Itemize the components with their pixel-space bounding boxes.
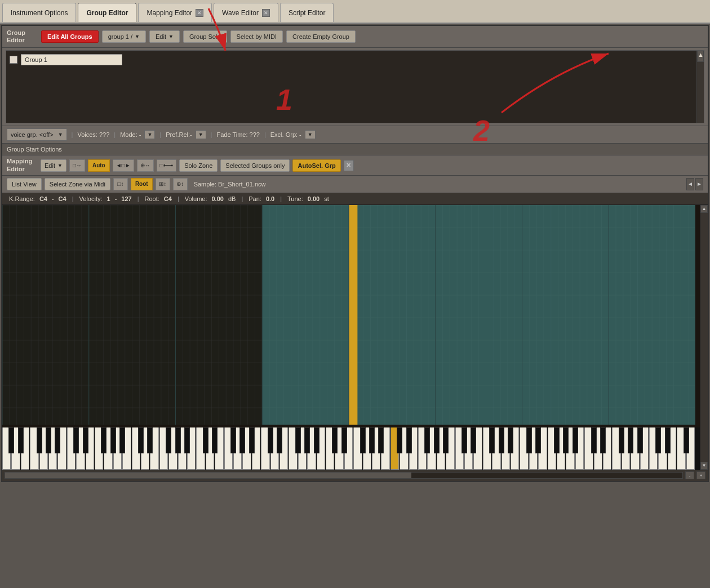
horizontal-scrollbar[interactable]: - + — [2, 470, 708, 481]
group-name-field[interactable] — [21, 54, 122, 65]
exclgrp-dropdown-arrow[interactable]: ▼ — [305, 130, 316, 139]
black-key[interactable] — [46, 427, 51, 453]
black-key[interactable] — [166, 427, 171, 453]
black-key[interactable] — [138, 427, 144, 453]
black-key[interactable] — [637, 427, 643, 453]
black-key[interactable] — [684, 427, 689, 453]
select-by-midi-button[interactable]: Select by MIDI — [230, 30, 283, 43]
tab-script-editor[interactable]: Script Editor — [280, 3, 334, 22]
edit-dropdown[interactable]: Edit ▼ — [149, 30, 180, 43]
black-key[interactable] — [249, 427, 255, 453]
black-key[interactable] — [314, 427, 320, 453]
tab-instrument-options[interactable]: Instrument Options — [2, 3, 76, 22]
group-solo-button[interactable]: Group Solo — [183, 30, 227, 43]
black-key[interactable] — [175, 427, 181, 453]
scroll-down-btn[interactable]: ▼ — [700, 462, 708, 470]
black-key[interactable] — [628, 427, 633, 453]
black-key[interactable] — [147, 427, 153, 453]
black-key[interactable] — [304, 427, 310, 453]
lock-snap-button[interactable]: □⟵▪ — [157, 159, 177, 172]
black-key[interactable] — [184, 427, 190, 453]
arrow-ud-button[interactable]: □↕ — [113, 178, 128, 190]
black-key[interactable] — [526, 427, 532, 453]
black-key[interactable] — [535, 427, 541, 453]
lock-ud-button[interactable]: ⊕↕ — [173, 178, 188, 190]
root-button[interactable]: Root — [131, 178, 153, 190]
black-key[interactable] — [83, 427, 88, 453]
group-list-scrollbar[interactable]: ▲ — [696, 51, 704, 123]
black-key[interactable] — [591, 427, 597, 453]
selected-groups-only-button[interactable]: Selected Groups only — [220, 159, 290, 172]
black-key[interactable] — [110, 427, 116, 453]
auto-button[interactable]: Auto — [88, 159, 110, 172]
mode-dropdown-arrow[interactable]: ▼ — [144, 130, 155, 139]
close-autosel-icon[interactable]: ✕ — [344, 160, 354, 171]
lock-lr-button[interactable]: ⊕↔ — [137, 159, 154, 172]
mapping-edit-dropdown[interactable]: Edit ▼ — [41, 159, 66, 172]
black-key[interactable] — [600, 427, 606, 453]
black-key[interactable] — [369, 427, 375, 453]
list-view-button[interactable]: List View — [7, 178, 42, 190]
vertical-scrollbar[interactable]: ▲ ▼ — [700, 205, 708, 470]
prefrel-dropdown-arrow[interactable]: ▼ — [196, 130, 206, 139]
black-key[interactable] — [360, 427, 366, 453]
black-key[interactable] — [424, 427, 430, 453]
black-key[interactable] — [508, 427, 513, 453]
tab-mapping-editor[interactable]: Mapping Editor ✕ — [138, 3, 212, 22]
tab-wave-editor[interactable]: Wave Editor ✕ — [214, 3, 278, 22]
black-key[interactable] — [18, 427, 24, 453]
black-key[interactable] — [101, 427, 106, 453]
solo-zone-button[interactable]: Solo Zone — [179, 159, 218, 172]
group-arrow-ud-button[interactable]: ⊞↕ — [156, 178, 170, 190]
black-key[interactable] — [462, 427, 467, 453]
black-key[interactable] — [563, 427, 569, 453]
black-key[interactable] — [119, 427, 125, 453]
black-key[interactable] — [212, 427, 218, 453]
close-wave-editor-icon[interactable]: ✕ — [262, 9, 270, 17]
black-key[interactable] — [655, 427, 661, 453]
select-zone-via-midi-button[interactable]: Select Zone via Midi — [45, 178, 110, 190]
voice-grp-dropdown[interactable]: voice grp. <off> ▼ — [7, 128, 67, 141]
scroll-minus-btn[interactable]: - — [685, 471, 694, 479]
black-key[interactable] — [230, 427, 236, 453]
black-key[interactable] — [554, 427, 560, 453]
black-key[interactable] — [665, 427, 671, 453]
black-key[interactable] — [73, 427, 79, 453]
create-empty-group-button[interactable]: Create Empty Group — [286, 30, 356, 43]
black-key[interactable] — [37, 427, 42, 453]
black-key[interactable] — [8, 427, 14, 453]
black-key[interactable] — [443, 427, 449, 453]
black-key[interactable] — [499, 427, 504, 453]
black-key[interactable] — [55, 427, 60, 453]
scroll-up-icon[interactable]: ▲ — [697, 51, 704, 62]
close-mapping-editor-icon[interactable]: ✕ — [196, 9, 203, 17]
black-key[interactable] — [489, 427, 495, 453]
black-key[interactable] — [332, 427, 338, 453]
sample-prev-button[interactable]: ◄ — [686, 178, 694, 190]
black-key[interactable] — [378, 427, 384, 453]
black-key[interactable] — [573, 427, 578, 453]
autosel-grp-button[interactable]: AutoSel. Grp — [292, 159, 340, 172]
black-key[interactable] — [406, 427, 412, 453]
black-key[interactable] — [397, 427, 402, 453]
scroll-plus-btn[interactable]: + — [696, 471, 705, 479]
black-key[interactable] — [434, 427, 440, 453]
black-key[interactable] — [341, 427, 347, 453]
tab-group-editor[interactable]: Group Editor — [78, 3, 136, 22]
black-key[interactable] — [295, 427, 301, 453]
scroll-up-btn[interactable]: ▲ — [700, 205, 708, 213]
black-key[interactable] — [268, 427, 273, 453]
group-dropdown[interactable]: group 1 / ▼ — [102, 30, 146, 43]
sample-next-button[interactable]: ► — [695, 178, 703, 190]
arrow-lr-button[interactable]: □↔ — [69, 159, 85, 172]
black-key[interactable] — [471, 427, 476, 453]
group-arrow-lr-button[interactable]: ◄□► — [113, 159, 134, 172]
black-key[interactable] — [203, 427, 208, 453]
edit-all-groups-button[interactable]: Edit All Groups — [41, 30, 99, 43]
scroll-track[interactable] — [5, 472, 683, 479]
black-key[interactable] — [239, 427, 245, 453]
group-checkbox[interactable] — [10, 56, 17, 64]
black-key[interactable] — [619, 427, 624, 453]
black-key[interactable] — [277, 427, 282, 453]
piano-keyboard[interactable] — [2, 427, 700, 470]
